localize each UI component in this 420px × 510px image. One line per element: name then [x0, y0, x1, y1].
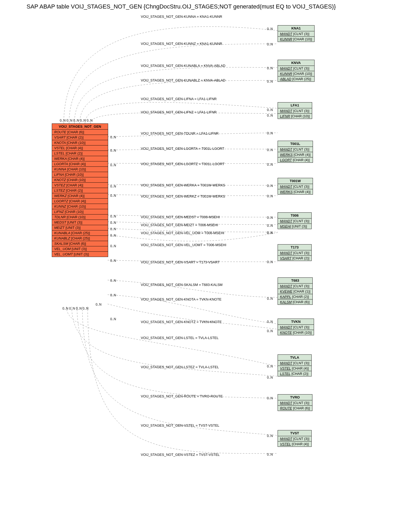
cardinality: 0..N — [267, 376, 273, 379]
main-field: TDLNR [CHAR (10)] — [52, 215, 108, 220]
cardinality: 0..N — [267, 260, 273, 264]
entity-title: TVLA — [278, 355, 311, 361]
ref-field: MANDT [CLNT (3)] — [278, 108, 312, 114]
ref-field: KALSM [CHAR (6)] — [278, 299, 312, 305]
main-field: LSTEZ [CHAR (2)] — [52, 188, 108, 193]
cardinality: 0..N — [96, 303, 101, 306]
relation-label: VOIJ_STAGES_NOT_GEN-MEIZT = T006-MSEHI — [141, 223, 218, 227]
main-field: LGORTA [CHAR (4)] — [52, 161, 108, 167]
entity-KNA1: KNA1MANDT [CLNT (3)]KUNNR [CHAR (10)] — [278, 25, 315, 42]
relation-label: VOIJ_STAGES_NOT_GEN-VEL_UOMT = T006-MSEH… — [141, 243, 226, 247]
cardinality: 0..N — [267, 108, 273, 112]
main-field: WERKA [CHAR (4)] — [52, 156, 108, 161]
main-field: VSART [CHAR (2)] — [52, 135, 108, 140]
entity-TVRO: TVROMANDT [CLNT (3)]ROUTE [CHAR (6)] — [278, 394, 312, 411]
main-field: KNOTZ [CHAR (10)] — [52, 177, 108, 183]
cardinality: 0..N — [110, 149, 116, 152]
main-field: LIFNA [CHAR (10)] — [52, 172, 108, 177]
ref-field: WERKS [CHAR (4)] — [278, 152, 313, 157]
relation-label: VOIJ_STAGES_NOT_GEN-LSTEL = TVLA-LSTEL — [141, 336, 219, 340]
cardinality: 0..N — [110, 163, 116, 167]
cardinality: 0..N — [267, 163, 273, 166]
cardinality: 0..N — [110, 185, 116, 188]
relation-label: VOIJ_STAGES_NOT_GEN-LGORTZ = T001L-LGORT — [141, 162, 224, 166]
ref-field: MANDT [CLNT (3)] — [278, 436, 311, 442]
cardinality: 0..N — [110, 293, 116, 297]
entity-title: KNA1 — [278, 25, 314, 31]
relation-label: VOIJ_STAGES_NOT_GEN-VSTEZ = TVST-VSTEL — [141, 453, 220, 457]
main-field: VEL_UOM [UNIT (3)] — [52, 246, 108, 252]
ref-field: MANDT [CLNT (3)] — [278, 218, 311, 224]
entity-title: T006 — [278, 213, 311, 218]
cardinality: 0..N — [267, 80, 273, 83]
ref-field: MANDT [CLNT (3)] — [278, 66, 314, 71]
relation-label: VOIJ_STAGES_NOT_GEN-TDLNR = LFA1-LIFNR — [141, 131, 219, 135]
ref-field: ABLAD [CHAR (25)] — [278, 76, 314, 82]
cardinality: 0..N — [110, 215, 116, 218]
entity-T001W: T001WMANDT [CLNT (3)]WERKS [CHAR (4)] — [278, 178, 313, 195]
ref-field: MANDT [CLNT (3)] — [278, 184, 313, 189]
cardinality: 0..N — [110, 317, 116, 321]
cardinality: 0..N — [267, 184, 273, 188]
ref-field: MANDT [CLNT (3)] — [278, 250, 311, 256]
cardinality: 0..N — [267, 224, 273, 228]
main-field: KNOTA [CHAR (10)] — [52, 140, 108, 145]
main-field: VEL_UOMT [UNIT (3)] — [52, 252, 108, 257]
relation-label: VOIJ_STAGES_NOT_GEN-KUNABLZ = KNVA-ABLAD — [141, 78, 225, 82]
main-field: ROUTE [CHAR (6)] — [52, 130, 108, 135]
cardinality: 0..N — [267, 231, 273, 235]
cardinality: 0..N — [110, 227, 116, 231]
relation-label: VOIJ_STAGES_NOT_GEN-WERKZ = T001W-WERKS — [141, 194, 225, 198]
entity-main: VOIJ_STAGES_NOT_GEN ROUTE [CHAR (6)]VSAR… — [52, 123, 108, 257]
entity-title: T001W — [278, 178, 313, 184]
entity-LFA1: LFA1MANDT [CLNT (3)]LIFNR [CHAR (10)] — [278, 102, 312, 119]
cardinality: 0..N — [267, 297, 273, 301]
ref-field: VSTEL [CHAR (4)] — [278, 442, 311, 447]
relation-label: VOIJ_STAGES_NOT_GEN-ROUTE = TVRO-ROUTE — [141, 394, 223, 398]
cardinality: 0..N — [267, 453, 273, 456]
ref-field: MANDT [CLNT (3)] — [278, 361, 311, 366]
main-field: KUNNA [CHAR (10)] — [52, 167, 108, 172]
cardinality: 0..N — [267, 434, 273, 438]
main-field: LGORTZ [CHAR (4)] — [52, 199, 108, 204]
cardinality: 0..N — [110, 234, 116, 237]
entity-title: TVRO — [278, 395, 312, 400]
relation-label: VOIJ_STAGES_NOT_GEN-LGORTA = T001L-LGORT — [141, 147, 224, 151]
main-field: LSTEL [CHAR (2)] — [52, 151, 108, 156]
main-field: VSTEL [CHAR (4)] — [52, 145, 108, 151]
cardinality: 0..N — [267, 365, 273, 368]
relation-label: VOIJ_STAGES_NOT_GEN-KNOTZ = TVKN-KNOTE — [141, 320, 222, 324]
main-field: SKALSM [CHAR (6)] — [52, 241, 108, 246]
main-field: KUNNZ [CHAR (10)] — [52, 204, 108, 209]
ref-field: VSART [CHAR (2)] — [278, 256, 311, 261]
relation-label: VOIJ_STAGES_NOT_GEN-WERKA = T001W-WERKS — [141, 183, 225, 187]
entity-T173: T173MANDT [CLNT (3)]VSART [CHAR (2)] — [278, 244, 312, 261]
cardinality: 0..N — [110, 135, 116, 139]
relation-label: VOIJ_STAGES_NOT_GEN-KUNNZ = KNA1-KUNNR — [141, 42, 222, 46]
relation-label: VOIJ_STAGES_NOT_GEN-KNOTA = TVKN-KNOTE — [141, 297, 222, 301]
cardinality: 0..N — [110, 279, 116, 282]
ref-field: MSEHI [UNIT (3)] — [278, 224, 311, 229]
ref-field: KUNNR [CHAR (10)] — [278, 71, 314, 76]
entity-TVKN: TVKNMANDT [CLNT (3)]KNOTE [CHAR (10)] — [278, 319, 314, 335]
ref-field: MANDT [CLNT (3)] — [278, 147, 313, 152]
cardinality: 0..N — [267, 320, 273, 324]
relation-label: VOIJ_STAGES_NOT_GEN-VEL_UOM = T006-MSEHI — [141, 231, 224, 235]
cardinality-top-cluster: 0..N 0..N 0..N 0..N 0..N — [60, 119, 92, 122]
entity-title: TVKN — [278, 319, 314, 325]
entity-KNVA: KNVAMANDT [CLNT (3)]KUNNR [CHAR (10)]ABL… — [278, 60, 315, 82]
main-field: MEIZT [UNIT (3)] — [52, 225, 108, 230]
entity-TVLA: TVLAMANDT [CLNT (3)]VSTEL [CHAR (4)]LSTE… — [278, 354, 312, 376]
relation-label: VOIJ_STAGES_NOT_GEN-VSTEL = TVST-VSTEL — [141, 423, 219, 427]
ref-field: KNOTE [CHAR (10)] — [278, 330, 314, 335]
cardinality: 0..N — [267, 131, 273, 135]
ref-field: LIFNR [CHAR (10)] — [278, 114, 312, 119]
ref-field: MANDT [CLNT (3)] — [278, 325, 314, 330]
page-title: SAP ABAP table VOIJ_STAGES_NOT_GEN {Chng… — [27, 3, 336, 10]
entity-title: KNVA — [278, 60, 314, 66]
cardinality: 0..N — [267, 66, 273, 70]
relation-label: VOIJ_STAGES_NOT_GEN-LSTEZ = TVLA-LSTEL — [141, 365, 219, 369]
entity-T683: T683MANDT [CLNT (3)]KVEWE [CHAR (1)]KAPP… — [278, 277, 313, 305]
cardinality: 0..N — [267, 216, 273, 220]
cardinality: 0..N — [267, 329, 273, 333]
